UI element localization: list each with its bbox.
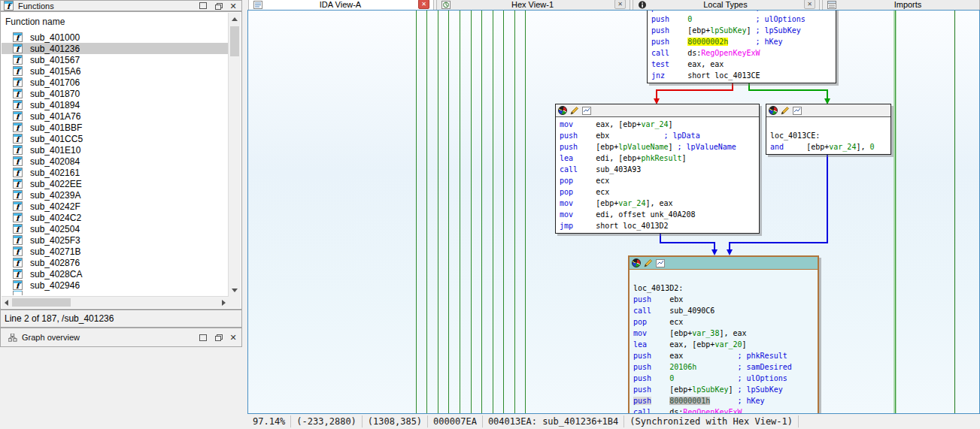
graph-mode-icon[interactable]	[656, 259, 665, 267]
color-wheel-icon[interactable]	[769, 106, 778, 115]
graph-mode-icon[interactable]	[582, 107, 591, 115]
asm-line[interactable]: call sub_403A93	[560, 164, 755, 175]
function-list-item[interactable]: fsub_401706	[2, 77, 229, 88]
function-list-item[interactable]: fsub_401CC5	[2, 133, 229, 144]
function-list-item[interactable]: fsub_402161	[2, 167, 229, 178]
scroll-up-arrow-icon[interactable]	[232, 17, 238, 21]
asm-line[interactable]: pop ecx	[560, 186, 755, 198]
tab-ida-view-a[interactable]: IDA View-A✕	[248, 0, 434, 10]
function-list-item[interactable]: fsub_401870	[2, 88, 229, 99]
node-loc4013D2[interactable]: loc_4013D2:push ebxcall sub_4090C6pop ec…	[628, 255, 819, 414]
asm-line[interactable]: push 80000002h ; hKey	[651, 36, 832, 47]
function-list-item[interactable]: fsub_4028CA	[2, 268, 229, 279]
asm-line[interactable]: push ebx	[633, 294, 814, 305]
function-list-item[interactable]: fsub_4022EE	[2, 178, 229, 189]
maximize-button[interactable]	[198, 2, 208, 11]
asm-line[interactable]: lea eax, [ebp+var_20]	[633, 339, 814, 350]
asm-line[interactable]: loc_4013CE:	[770, 130, 887, 141]
function-list-item[interactable]: fsub_4015A6	[2, 65, 229, 77]
asm-line[interactable]	[770, 119, 887, 130]
function-list-item[interactable]: fsub_401567	[2, 54, 229, 65]
function-name-column-header[interactable]: Function name	[5, 17, 65, 27]
asm-line[interactable]: push 20106h ; samDesired	[633, 361, 814, 373]
float-button[interactable]	[213, 333, 223, 342]
horizontal-scroll-thumb[interactable]	[12, 298, 71, 307]
asm-line[interactable]: mov [ebp+var_38], eax	[633, 328, 814, 339]
maximize-button[interactable]	[198, 333, 208, 342]
asm-line[interactable]: push 0 ; ulOptions	[651, 14, 832, 25]
function-list-item-partial[interactable]	[2, 291, 229, 295]
function-list-item[interactable]: fsub_402876	[2, 257, 229, 268]
node-entry[interactable]: push 20106h ; samDesiredpush 0 ; ulOptio…	[647, 10, 836, 83]
function-list-item[interactable]: fsub_402946	[2, 279, 229, 291]
asm-line[interactable]: mov [ebp+var_24], eax	[560, 198, 755, 209]
tab-close-icon[interactable]: ✕	[614, 0, 626, 9]
function-list-item[interactable]: fsub_40271B	[2, 246, 229, 257]
color-wheel-icon[interactable]	[558, 106, 567, 115]
function-list-item[interactable]: fsub_40239A	[2, 189, 229, 201]
function-list-vertical-scrollbar[interactable]	[228, 13, 241, 297]
function-list-item[interactable]: fsub_4024C2	[2, 212, 229, 223]
scroll-right-arrow-icon[interactable]	[222, 300, 226, 306]
close-button[interactable]: ✕	[228, 2, 238, 11]
asm-line[interactable]: test eax, eax	[651, 59, 832, 70]
function-list-horizontal-scrollbar[interactable]	[2, 296, 229, 308]
graph-mode-icon[interactable]	[793, 107, 802, 115]
function-icon: f	[13, 269, 23, 279]
edit-pencil-icon[interactable]	[644, 258, 653, 267]
tab-hex-view-1[interactable]: Hex View-1✕	[436, 0, 630, 10]
function-list-item[interactable]: fsub_4025F3	[2, 234, 229, 246]
function-list-item[interactable]: fsub_401894	[2, 99, 229, 110]
disassembly-graph-view[interactable]: push 20106h ; samDesiredpush 0 ; ulOptio…	[247, 10, 980, 414]
asm-line[interactable]: call sub_4090C6	[633, 305, 814, 316]
status-address: 004013EA: sub_401236+1B4	[483, 415, 624, 427]
edge-fall-right	[827, 154, 828, 243]
asm-line[interactable]: push ebx ; lpData	[560, 130, 755, 141]
function-icon: f	[13, 122, 23, 132]
graph-overview-titlebar[interactable]: Graph overview ✕	[0, 328, 242, 347]
function-list-item[interactable]: fsub_401E10	[2, 144, 229, 156]
status-sync-status: (Synchronized with Hex View-1)	[624, 415, 799, 427]
asm-line[interactable]: lea edi, [ebp+phkResult]	[560, 153, 755, 164]
asm-line[interactable]: push [ebp+lpSubKey] ; lpSubKey	[651, 25, 832, 36]
function-list-item[interactable]: fsub_402504	[2, 223, 229, 234]
function-list-item[interactable]: fsub_402084	[2, 156, 229, 167]
asm-line[interactable]: pop ecx	[560, 175, 755, 186]
functions-titlebar[interactable]: f Functions ✕	[0, 0, 242, 11]
asm-line[interactable]: push [ebp+lpSubKey] ; lpSubKey	[633, 384, 814, 395]
edit-pencil-icon[interactable]	[570, 106, 579, 115]
function-list-item[interactable]: fsub_401000	[2, 32, 229, 43]
scroll-down-arrow-icon[interactable]	[232, 289, 238, 292]
function-list-item[interactable]: fsub_40242F	[2, 201, 229, 212]
asm-line[interactable]: mov eax, [ebp+var_24]	[560, 119, 755, 130]
asm-line[interactable]: loc_4013D2:	[633, 282, 814, 294]
edge-fall-right	[729, 242, 730, 249]
function-list-item[interactable]: fsub_401A76	[2, 110, 229, 122]
node-loc4013CE[interactable]: loc_4013CE:and [ebp+var_24], 0	[766, 104, 891, 155]
edit-pencil-icon[interactable]	[781, 106, 790, 115]
vertical-scroll-thumb[interactable]	[230, 26, 239, 56]
asm-line[interactable]: and [ebp+var_24], 0	[770, 141, 887, 153]
color-wheel-icon[interactable]	[632, 258, 641, 267]
asm-line[interactable]: call ds:RegOpenKeyExW	[651, 47, 832, 59]
asm-line[interactable]	[633, 271, 814, 282]
function-list-item[interactable]: fsub_401BBF	[2, 122, 229, 133]
close-button[interactable]: ✕	[228, 333, 238, 342]
tab-imports[interactable]: Imports	[822, 0, 980, 10]
asm-line[interactable]: push [ebp+lpValueName] ; lpValueName	[560, 141, 755, 153]
asm-line[interactable]: push 0 ; ulOptions	[633, 373, 814, 384]
function-list-item[interactable]: fsub_401236	[2, 43, 229, 54]
tab-local-types[interactable]: Local Types✕	[633, 0, 820, 10]
asm-line[interactable]: mov edi, offset unk_40A208	[560, 209, 755, 220]
scroll-left-arrow-icon[interactable]	[5, 300, 8, 306]
float-button[interactable]	[213, 2, 223, 11]
tab-close-icon[interactable]: ✕	[804, 0, 815, 9]
asm-line[interactable]: pop ecx	[633, 316, 814, 328]
node-fallthrough[interactable]: mov eax, [ebp+var_24]push ebx ; lpDatapu…	[555, 104, 760, 234]
asm-line[interactable]: jmp short loc_4013D2	[560, 220, 755, 231]
asm-line[interactable]: push eax ; phkResult	[633, 350, 814, 361]
asm-line[interactable]: push 80000001h ; hKey	[633, 395, 814, 406]
asm-line[interactable]: jnz short loc_4013CE	[651, 70, 832, 81]
asm-line[interactable]: call ds:RegOpenKeyExW	[633, 406, 814, 414]
tab-close-icon[interactable]: ✕	[418, 0, 429, 9]
